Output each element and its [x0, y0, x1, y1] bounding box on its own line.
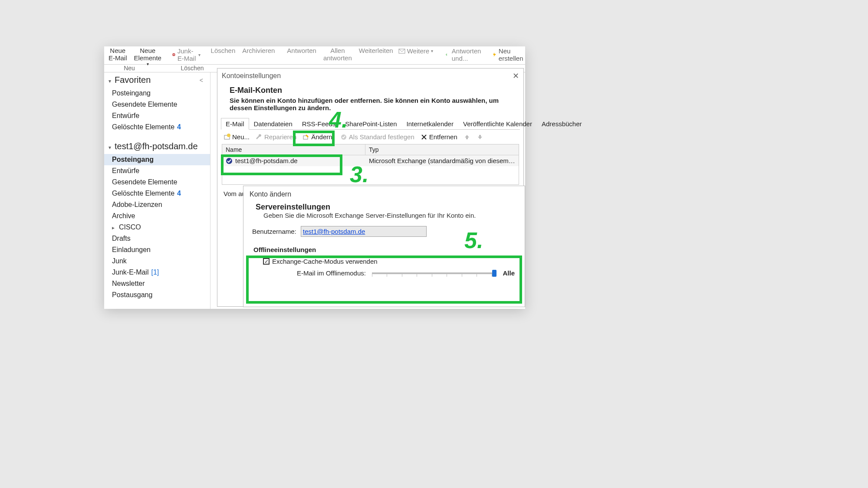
change-icon — [302, 134, 309, 141]
offline-settings-group: Offlineeinstellungen ✓ Exchange-Cache-Mo… — [247, 242, 521, 283]
reply-and-button[interactable]: Antworten und... — [445, 47, 483, 62]
favorites-header[interactable]: Favoriten < — [104, 72, 210, 88]
close-icon[interactable]: ✕ — [513, 71, 519, 81]
cache-mode-label: Exchange-Cache-Modus verwenden — [272, 258, 378, 265]
archive-button[interactable]: Archivieren — [240, 47, 276, 55]
wrench-icon — [256, 134, 263, 141]
arrow-down-icon — [477, 134, 483, 141]
tab-pubcal[interactable]: Veröffentlichte Kalender — [458, 118, 537, 130]
sidebar-item-drafts2[interactable]: Drafts — [104, 233, 210, 244]
ribbon: Neue E-Mail Neue Elemente▾ Junk-E-Mail▾ … — [104, 46, 525, 65]
offline-slider[interactable] — [372, 272, 497, 274]
sidebar-item-archive[interactable]: Archive — [104, 210, 210, 222]
cache-mode-checkbox[interactable]: ✓ — [263, 258, 270, 265]
sidebar-item-drafts[interactable]: Entwürfe — [104, 165, 210, 177]
move-down-button[interactable] — [477, 134, 483, 141]
reply-icon — [445, 51, 450, 58]
svg-rect-1 — [173, 54, 174, 55]
account-name: test1@fh-potsdam.de — [235, 157, 298, 164]
sidebar-item-deleted[interactable]: Gelöschte Elemente4 — [104, 188, 210, 199]
reply-button[interactable]: Antworten — [285, 47, 318, 55]
new-icon — [224, 134, 230, 141]
sidebar-item-outbox[interactable]: Postausgang — [104, 289, 210, 301]
slider-value: Alle — [503, 269, 515, 277]
slider-label: E-Mail im Offlinemodus: — [297, 269, 366, 277]
folder-sidebar: Favoriten < Posteingang Gesendete Elemen… — [104, 72, 210, 309]
more-button[interactable]: Weitere▾ — [398, 47, 433, 55]
dialog-toolbar: Neu... Reparieren Ändern. Als Standard f… — [217, 130, 523, 144]
slider-thumb[interactable] — [492, 270, 496, 277]
server-settings-heading: Servereinstellungen — [256, 203, 516, 212]
move-up-button[interactable] — [464, 134, 470, 141]
account-type: Microsoft Exchange (standardmäßig von di… — [365, 155, 519, 166]
sidebar-item-invites[interactable]: Einladungen — [104, 244, 210, 255]
dialog-tabs: E-Mail Datendateien RSS-Feeds SharePoint… — [221, 118, 520, 130]
lightning-icon — [492, 51, 497, 58]
default-button[interactable]: Als Standard festlegen — [340, 133, 414, 141]
change-dialog-title: Konto ändern — [243, 186, 525, 201]
sidebar-item-junk-email[interactable]: Junk-E-Mail[1] — [104, 267, 210, 278]
default-check-icon — [226, 157, 233, 164]
sidebar-item-inbox-fav[interactable]: Posteingang — [104, 88, 210, 99]
account-header[interactable]: test1@fh-potsdam.de — [104, 139, 210, 154]
repair-button[interactable]: Reparieren — [256, 133, 296, 141]
new-account-button[interactable]: Neu... — [224, 133, 250, 141]
change-button[interactable]: Ändern. — [302, 133, 334, 141]
accounts-desc: Sie können ein Konto hinzufügen oder ent… — [230, 97, 515, 111]
svg-point-7 — [226, 158, 232, 164]
collapse-icon[interactable]: < — [200, 77, 206, 84]
forward-button[interactable]: Weiterleiten — [357, 47, 395, 55]
reply-all-button[interactable]: Allen antworten — [322, 47, 354, 62]
sidebar-item-drafts-fav[interactable]: Entwürfe — [104, 110, 210, 121]
account-row[interactable]: test1@fh-potsdam.de Microsoft Exchange (… — [222, 155, 519, 166]
svg-point-4 — [227, 134, 230, 137]
dialog-title: Kontoeinstellungen — [222, 72, 281, 80]
col-name: Name — [222, 144, 365, 155]
sidebar-item-inbox[interactable]: Posteingang — [104, 154, 210, 165]
check-icon — [340, 134, 347, 141]
tab-sharepoint[interactable]: SharePoint-Listen — [340, 118, 401, 130]
username-label: Benutzername: — [252, 228, 296, 235]
tab-email[interactable]: E-Mail — [221, 118, 249, 130]
tab-rss[interactable]: RSS-Feeds — [297, 118, 341, 130]
sidebar-item-cisco[interactable]: CISCO — [104, 222, 210, 233]
new-items-button[interactable]: Neue Elemente▾ — [132, 47, 163, 66]
accounts-heading: E-Mail-Konten — [230, 86, 515, 95]
tab-addressbooks[interactable]: Adressbücher — [537, 118, 587, 130]
change-account-dialog: Konto ändern Servereinstellungen Geben S… — [243, 186, 525, 307]
sidebar-item-sent-fav[interactable]: Gesendete Elemente — [104, 99, 210, 110]
junk-mail-button[interactable]: Junk-E-Mail▾ — [172, 47, 201, 62]
delete-button[interactable]: Löschen — [209, 47, 237, 55]
remove-icon — [421, 134, 427, 141]
sidebar-item-adobe[interactable]: Adobe-Lizenzen — [104, 199, 210, 210]
sidebar-item-deleted-fav[interactable]: Gelöschte Elemente4 — [104, 121, 210, 133]
new-create-button[interactable]: Neu erstellen — [492, 47, 525, 62]
mail-icon — [398, 48, 405, 55]
server-settings-desc: Geben Sie die Microsoft Exchange Server-… — [256, 212, 516, 219]
sidebar-item-newsletter[interactable]: Newsletter — [104, 278, 210, 289]
username-input[interactable] — [301, 226, 427, 237]
junk-icon — [172, 51, 176, 58]
tab-datafiles[interactable]: Datendateien — [249, 118, 297, 130]
remove-button[interactable]: Entfernen — [421, 133, 457, 141]
sidebar-item-sent[interactable]: Gesendete Elemente — [104, 177, 210, 188]
arrow-up-icon — [464, 134, 470, 141]
accounts-table: Name Typ test1@fh-potsdam.de Microsoft E… — [222, 144, 519, 185]
group-new-label: Neu — [108, 65, 151, 72]
tab-internetcal[interactable]: Internetkalender — [402, 118, 458, 130]
new-mail-button[interactable]: Neue E-Mail — [107, 47, 129, 62]
offline-heading: Offlineeinstellungen — [253, 246, 515, 253]
col-type: Typ — [365, 144, 519, 155]
sidebar-item-junk[interactable]: Junk — [104, 255, 210, 267]
